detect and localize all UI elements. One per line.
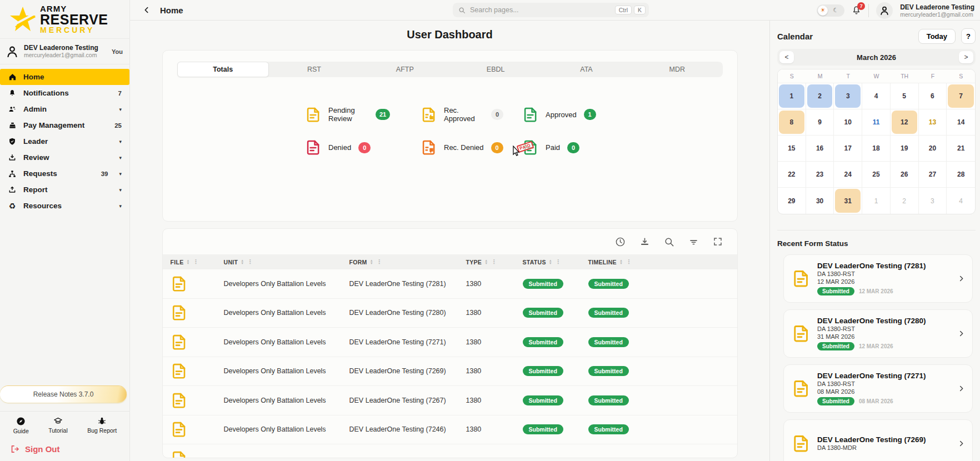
sidebar-item-resources[interactable]: ♻ Resources ▾ [0,198,129,214]
sidebar-item-home[interactable]: Home [0,69,129,85]
tab-ata[interactable]: ATA [541,62,632,77]
recent-form-card[interactable]: DEV LeaderOne Testing (7281) DA 1380-RST… [783,254,973,303]
guide-button[interactable]: Guide [13,417,29,434]
calendar-day[interactable]: 4 [862,83,891,109]
column-menu-icon[interactable]: ⋮ [555,258,561,265]
calendar-day[interactable]: 8 [778,109,806,136]
tab-totals[interactable]: Totals [177,62,269,77]
file-document-icon[interactable] [163,392,216,409]
tutorial-button[interactable]: Tutorial [48,417,68,434]
sidebar-user-card[interactable]: DEV Leaderone Testing mercuryleader1@gma… [0,39,129,64]
calendar-day[interactable]: 11 [862,109,891,136]
tab-mdr[interactable]: MDR [632,62,722,77]
column-header-status[interactable]: STATUS▲▼⋮ [515,258,581,265]
recent-form-card[interactable]: DEV LeaderOne Testing (7280) DA 1380-RST… [783,309,973,358]
calendar-day[interactable]: 1 [862,188,891,214]
stat-paid[interactable]: PAID Paid 0 [522,139,594,156]
calendar-day[interactable]: 24 [834,162,862,188]
sidebar-item-pay-management[interactable]: Pay Management 25 [0,117,129,133]
calendar-day[interactable]: 4 [947,188,975,214]
history-icon[interactable] [615,237,626,247]
search-icon[interactable] [664,237,674,247]
recent-form-card[interactable]: DEV LeaderOne Testing (7269) DA 1380-MDR [783,419,973,461]
column-menu-icon[interactable]: ⋮ [376,258,382,265]
column-header-file[interactable]: FILE▲▼⋮ [163,258,216,265]
column-menu-icon[interactable]: ⋮ [247,258,253,265]
sort-icon[interactable]: ▲▼ [186,259,189,264]
sort-icon[interactable]: ▲▼ [549,259,552,264]
calendar-day[interactable]: 12 [891,109,919,136]
calendar-day[interactable]: 27 [919,162,947,188]
file-document-icon[interactable] [163,304,216,321]
column-menu-icon[interactable]: ⋮ [626,258,632,265]
calendar-day[interactable]: 6 [919,83,947,109]
tab-ebdl[interactable]: EBDL [450,62,541,77]
sidebar-item-admin[interactable]: Admin ▾ [0,101,129,117]
column-menu-icon[interactable]: ⋮ [491,258,497,265]
back-button[interactable] [142,6,151,14]
calendar-day[interactable]: 3 [834,83,862,109]
theme-toggle[interactable]: ☀ ☾ [817,4,844,17]
sidebar-item-notifications[interactable]: Notifications 7 [0,85,129,101]
table-row[interactable]: Developers Only Battalion LevelsDEV Lead… [163,299,737,328]
table-row[interactable]: Developers Only Battalion LevelsDEV Lead… [163,328,737,357]
stat-rec-denied[interactable]: Rec. Denied 0 [421,139,512,156]
table-row[interactable]: Developers Only Battalion LevelsDEV Lead… [163,415,737,445]
column-header-timeline[interactable]: TIMELINE▲▼⋮ [581,258,737,265]
stat-pending-review[interactable]: Pending Review 21 [305,106,411,123]
prev-month-button[interactable]: < [779,51,794,63]
calendar-day[interactable]: 13 [919,109,947,136]
calendar-day[interactable]: 20 [919,136,947,162]
sidebar-item-leader[interactable]: Leader ▾ [0,133,129,149]
column-header-form[interactable]: FORM▲▼⋮ [342,258,458,265]
filter-icon[interactable] [688,237,699,247]
calendar-day[interactable]: 2 [891,188,919,214]
calendar-day[interactable]: 25 [862,162,891,188]
calendar-day[interactable]: 23 [806,162,834,188]
calendar-day[interactable]: 2 [806,83,834,109]
calendar-day[interactable]: 5 [891,83,919,109]
calendar-day[interactable]: 29 [778,188,806,214]
sort-icon[interactable]: ▲▼ [241,259,244,264]
stat-denied[interactable]: Denied 0 [305,139,411,156]
calendar-day[interactable]: 26 [891,162,919,188]
sidebar-item-report[interactable]: Report ▾ [0,182,129,198]
bug-report-button[interactable]: Bug Report [87,417,117,434]
calendar-day[interactable]: 22 [778,162,806,188]
file-document-icon[interactable] [163,421,216,438]
file-document-icon[interactable] [163,334,216,350]
calendar-day[interactable]: 28 [947,162,975,188]
calendar-day[interactable]: 18 [862,136,891,162]
table-row[interactable]: Developers Only Battalion LevelsDEV Lead… [163,386,737,415]
avatar[interactable] [876,2,893,19]
calendar-day[interactable]: 31 [834,188,862,214]
stat-approved[interactable]: Approved 1 [522,106,594,123]
release-notes-button[interactable]: Release Notes 3.7.0 [0,386,127,403]
sign-out-button[interactable]: Sign Out [10,444,60,454]
next-month-button[interactable]: > [959,51,973,63]
column-header-type[interactable]: TYPE▲▼⋮ [458,258,515,265]
sidebar-item-requests[interactable]: Requests 39 ▾ [0,166,129,182]
calendar-day[interactable]: 14 [947,109,975,136]
sort-icon[interactable]: ▲▼ [484,259,488,264]
notifications-bell-button[interactable]: 7 [852,6,861,15]
column-header-unit[interactable]: UNIT▲▼⋮ [216,258,342,265]
tab-rst[interactable]: RST [269,62,359,77]
topbar-user-menu[interactable]: DEV Leaderone Testing mercuryleader1@gma… [900,3,974,18]
file-document-icon[interactable] [163,363,216,379]
calendar-day[interactable]: 3 [919,188,947,214]
file-document-icon[interactable] [163,275,216,292]
column-menu-icon[interactable]: ⋮ [193,258,199,265]
today-button[interactable]: Today [918,29,956,44]
global-search[interactable]: Ctrl K [453,3,649,17]
calendar-day[interactable]: 17 [834,136,862,162]
download-icon[interactable] [639,237,650,247]
recent-form-card[interactable]: DEV LeaderOne Testing (7271) DA 1380-RST… [783,364,973,413]
calendar-day[interactable]: 15 [778,136,806,162]
search-input[interactable] [470,6,613,14]
tab-aftp[interactable]: AFTP [359,62,450,77]
help-button[interactable]: ? [961,28,976,44]
calendar-day[interactable]: 30 [806,188,834,214]
stat-rec-approved[interactable]: Rec. Approved 0 [421,106,512,123]
table-row-partial[interactable] [163,444,737,458]
